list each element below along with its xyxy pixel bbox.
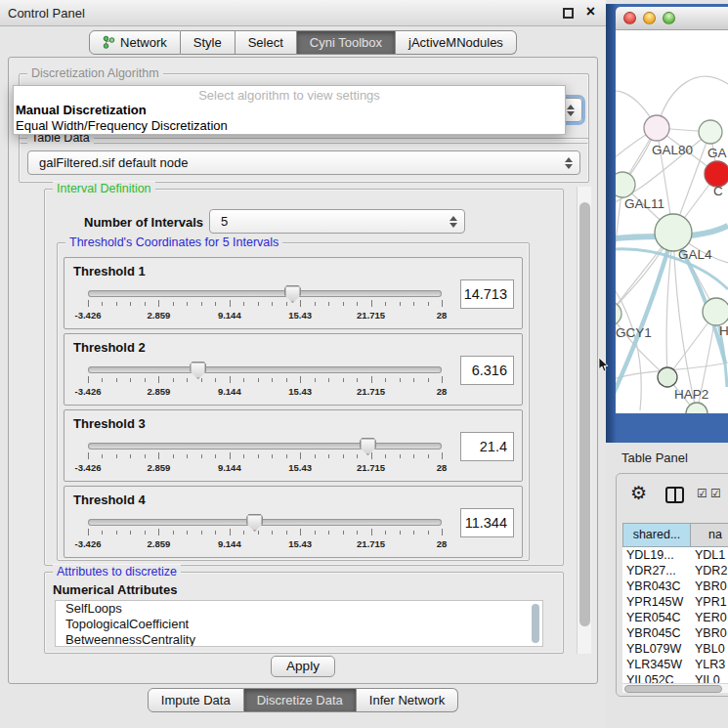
cell-shared-name[interactable]: YBR043C [622, 578, 691, 594]
attribute-item-betweennesscentrality[interactable]: BetweennessCentrality [56, 632, 542, 647]
tab-select[interactable]: Select [236, 30, 297, 55]
close-traffic-light-icon[interactable] [623, 12, 636, 24]
num-intervals-combobox[interactable]: 5 [209, 209, 465, 234]
algorithm-option-equal-width-frequency-discretization[interactable]: Equal Width/Frequency Discretization [14, 118, 565, 134]
table-row[interactable]: YLR345WYLR3 [622, 657, 728, 672]
cell-shared-name[interactable]: YER054C [622, 610, 691, 625]
apply-button[interactable]: Apply [271, 656, 335, 677]
tick-mark [230, 452, 231, 459]
threshold-panel-3: Threshold 3-3.4262.8599.14415.4321.71528… [64, 409, 523, 482]
node-0[interactable] [644, 115, 669, 141]
node-3[interactable] [616, 172, 635, 197]
column-header-shared[interactable]: shared... [622, 523, 691, 547]
threshold-value-field[interactable]: 6.316 [460, 356, 514, 385]
tick-label: -3.426 [75, 462, 102, 473]
attribute-item-topologicalcoefficient[interactable]: TopologicalCoefficient [56, 617, 542, 632]
cell-name[interactable]: YBR0 [691, 578, 728, 594]
threshold-slider-2[interactable]: -3.4262.8599.14415.4321.71528 [88, 360, 442, 403]
threshold-value-field[interactable]: 14.713 [460, 279, 514, 309]
tick-label: 28 [437, 462, 448, 473]
cell-name[interactable]: YPR1 [691, 594, 728, 610]
zoom-traffic-light-icon[interactable] [663, 12, 675, 24]
cell-name[interactable]: YDL1 [691, 547, 728, 563]
close-icon[interactable]: × [586, 3, 595, 21]
node-label-gcy1[interactable]: GCY1 [616, 325, 652, 340]
threshold-slider-3[interactable]: -3.4262.8599.14415.4321.71528 [88, 436, 442, 479]
group-title: Attributes to discretize [53, 565, 181, 578]
numerical-attributes-list[interactable]: SelfLoopsTopologicalCoefficientBetweenne… [55, 600, 543, 647]
panel-scrollbar[interactable] [577, 187, 591, 654]
tick-mark [215, 454, 216, 458]
tick-mark [272, 302, 273, 306]
cell-shared-name[interactable]: YLR345W [622, 657, 691, 672]
column-header-na[interactable]: na [691, 523, 728, 547]
table-row[interactable]: YBR045CYBR0 [622, 625, 728, 641]
table-row[interactable]: YER054CYER0 [622, 610, 728, 625]
table-row[interactable]: YDR27...YDR2 [622, 563, 728, 578]
cell-shared-name[interactable]: YIL052C [622, 672, 691, 683]
list-scrollbar[interactable] [532, 604, 539, 643]
slider-track[interactable] [88, 290, 442, 297]
node-label-h[interactable]: H [719, 323, 728, 338]
cell-shared-name[interactable]: YDR27... [622, 563, 691, 578]
cell-shared-name[interactable]: YBR045C [622, 625, 691, 641]
table-row[interactable]: YIL052CYIL0 [622, 672, 728, 683]
gear-icon[interactable]: ⚙ [630, 482, 647, 504]
slider-track[interactable] [88, 443, 442, 450]
node-label-gal80[interactable]: GAL80 [652, 143, 693, 157]
node-5[interactable] [616, 302, 621, 325]
cell-shared-name[interactable]: YDL19... [622, 547, 691, 563]
slider-track[interactable] [88, 366, 442, 373]
threshold-value-field[interactable]: 21.4 [460, 432, 514, 461]
checkbox-icon[interactable]: ☑ [710, 487, 721, 500]
cell-name[interactable]: YBR0 [691, 625, 728, 641]
float-window-icon[interactable] [563, 8, 574, 19]
node-label-gal11[interactable]: GAL11 [624, 196, 664, 211]
tick-mark [442, 529, 443, 535]
node-label-ga[interactable]: GA [707, 146, 727, 160]
tab-discretize-data[interactable]: Discretize Data [244, 688, 357, 712]
node-label-hap2[interactable]: HAP2 [674, 387, 708, 402]
threshold-value-field[interactable]: 11.344 [460, 508, 514, 537]
table-horizontal-scrollbar[interactable] [622, 683, 728, 693]
table-row[interactable]: YBL079WYBL0 [622, 641, 728, 657]
node-7[interactable] [658, 367, 677, 387]
tab-jactivemnodules[interactable]: jActiveMNodules [396, 30, 517, 55]
attribute-item-selfloops[interactable]: SelfLoops [56, 601, 542, 617]
scrollbar-thumb[interactable] [579, 202, 590, 626]
node-4[interactable] [655, 214, 692, 251]
cell-shared-name[interactable]: YPR145W [622, 594, 691, 610]
scrollbar-thumb[interactable] [624, 685, 722, 693]
network-canvas[interactable]: GAL80GACGAL11GAL4GCY1HHAP2 [616, 30, 728, 413]
tab-infer-network[interactable]: Infer Network [357, 688, 458, 712]
table-row[interactable]: YBR043CYBR0 [622, 578, 728, 594]
node-label-gal4[interactable]: GAL4 [678, 247, 712, 262]
cell-name[interactable]: YLR3 [691, 657, 728, 672]
tick-mark [272, 454, 273, 458]
cell-name[interactable]: YIL0 [691, 672, 728, 683]
tab-cyni-toolbox[interactable]: Cyni Toolbox [297, 30, 396, 55]
tab-network[interactable]: Network [89, 30, 181, 55]
algorithm-option-manual-discretization[interactable]: Manual Discretization [14, 103, 565, 118]
slider-track[interactable] [88, 519, 442, 526]
cell-name[interactable]: YDR2 [691, 563, 728, 578]
split-table-icon[interactable] [665, 487, 684, 503]
node-label-c[interactable]: C [713, 184, 723, 198]
cell-name[interactable]: YER0 [691, 610, 728, 625]
node-1[interactable] [699, 120, 722, 144]
tab-style[interactable]: Style [181, 30, 236, 55]
tick-mark [371, 529, 372, 535]
checkbox-icon[interactable]: ☑ [697, 487, 707, 500]
threshold-slider-4[interactable]: -3.4262.8599.14415.4321.71528 [88, 512, 442, 555]
tick-mark [428, 454, 429, 458]
tab-impute-data[interactable]: Impute Data [148, 688, 244, 712]
threshold-slider-1[interactable]: -3.4262.8599.14415.4321.71528 [88, 283, 442, 326]
table-row[interactable]: YPR145WYPR1 [622, 594, 728, 610]
cell-name[interactable]: YBL0 [691, 641, 728, 657]
table-data-combobox[interactable]: galFiltered.sif default node [27, 150, 580, 175]
table-row[interactable]: YDL19...YDL1 [622, 547, 728, 563]
tick-mark [187, 302, 188, 306]
node-6[interactable] [703, 298, 728, 325]
minimize-traffic-light-icon[interactable] [643, 12, 656, 24]
cell-shared-name[interactable]: YBL079W [622, 641, 691, 657]
